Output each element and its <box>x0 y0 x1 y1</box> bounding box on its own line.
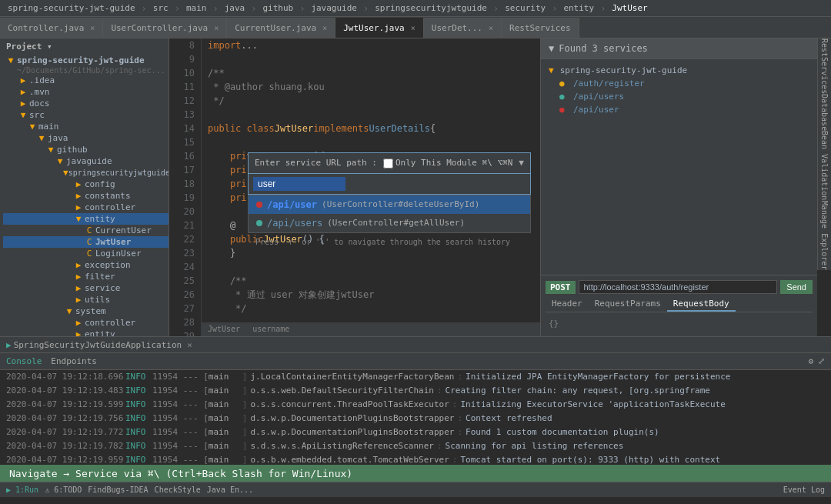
tab-controller[interactable]: Controller.java × <box>0 18 103 38</box>
log-maximize-icon[interactable]: ⤢ <box>818 356 825 366</box>
sidebar-controller[interactable]: ▶ controller <box>3 202 169 213</box>
console-tab[interactable]: Console <box>6 356 42 366</box>
delete-method-dot <box>256 202 262 208</box>
sidebar-docs[interactable]: ▶ docs <box>3 98 169 109</box>
rest-root[interactable]: ▼ spring-security-jwt-guide <box>546 64 813 77</box>
sidebar-sys-controller[interactable]: ▶ controller <box>3 317 169 329</box>
status-todo[interactable]: ⚠ 6:TODO <box>45 486 82 494</box>
autocomplete-item-api-user[interactable]: /api/user (UserController#deleteUserById… <box>249 195 530 214</box>
tab-jwtuser[interactable]: JwtUser.java × <box>335 18 424 38</box>
url-input[interactable] <box>579 280 778 294</box>
rest-item-user[interactable]: ● /api/user <box>546 103 813 116</box>
log-row-4: 2020-04-07 19:12:19.772 INFO 11954 --- [… <box>0 426 831 439</box>
line-numbers: 8 9 10 11 12 13 14 15 16 17 18 19 20 21 … <box>169 38 202 336</box>
endpoints-tab[interactable]: Endpoints <box>51 356 97 366</box>
java-icon: C <box>83 249 95 259</box>
sidebar-jwtuser[interactable]: C JwtUser <box>3 236 169 248</box>
sidebar-java[interactable]: ▼ java <box>3 132 169 144</box>
code-content[interactable]: import ... /** * @author shuang.kou */ p… <box>202 38 540 336</box>
sidebar-src[interactable]: ▼ src <box>3 109 169 121</box>
sidebar-exception[interactable]: ▶ exception <box>3 259 169 271</box>
top-bar-project: spring-security-jwt-guide <box>5 3 138 13</box>
autocomplete-list: /api/user (UserController#deleteUserById… <box>248 195 531 233</box>
run-item[interactable]: ▶ SpringSecurityJwtGuideApplication × <box>6 340 192 350</box>
database-side-label[interactable]: Database <box>817 94 831 131</box>
sidebar-main[interactable]: ▼ main <box>3 121 169 132</box>
folder-icon: ▼ <box>72 214 85 224</box>
tab-restservices[interactable]: RestServices <box>502 18 579 38</box>
status-eventlog[interactable]: Event Log <box>783 486 825 494</box>
service-url-input[interactable] <box>253 177 345 191</box>
code-line-26: * 通过 user 对象创建jwtUser <box>208 288 534 302</box>
requestbody-tab[interactable]: RequestBody <box>667 297 736 312</box>
tab-close-usercontroller[interactable]: × <box>214 24 219 32</box>
sidebar-service[interactable]: ▶ service <box>3 282 169 294</box>
rest-services-side-label[interactable]: RestServices <box>817 38 831 94</box>
sidebar-root[interactable]: ▼ spring-security-jwt-guide <box>3 55 169 66</box>
only-module-checkbox[interactable] <box>383 159 393 169</box>
tab-usercontroller[interactable]: UserController.java × <box>103 18 227 38</box>
code-line-25: /** <box>208 274 534 288</box>
manage-explorer-side-label[interactable]: Manage Explorer <box>817 201 831 270</box>
tab-userdet[interactable]: UserDet... × <box>424 18 502 38</box>
status-findbugs[interactable]: FindBugs-IDEA <box>88 486 148 494</box>
log-row-1: 2020-04-07 19:12:19.483 INFO 11954 --- [… <box>0 384 831 398</box>
send-button[interactable]: Send <box>780 280 813 294</box>
navigate-text: Navigate → Service via ⌘\ (Ctrl+Back Sla… <box>9 468 352 479</box>
log-panel: Console Endpoints ⚙ ⤢ 2020-04-07 19:12:1… <box>0 353 831 465</box>
sidebar-system[interactable]: ▼ system <box>3 305 169 317</box>
sidebar-github[interactable]: ▼ github <box>3 144 169 155</box>
sidebar-loginuser[interactable]: C LoginUser <box>3 248 169 259</box>
code-editor[interactable]: 8 9 10 11 12 13 14 15 16 17 18 19 20 21 … <box>169 38 540 336</box>
filter-icon[interactable]: ▼ <box>519 156 524 170</box>
autocomplete-item-api-users[interactable]: /api/users (UserController#getAllUser) <box>249 214 530 232</box>
top-bar: spring-security-jwt-guide › src › main ›… <box>0 0 831 17</box>
only-this-module-check[interactable]: Only This Module ⌘\ ⌥⌘N <box>383 156 512 170</box>
sidebar-sys-entity[interactable]: ▶ entity <box>3 329 169 336</box>
folder-icon: ▶ <box>72 260 85 270</box>
tab-close-jwtuser[interactable]: × <box>411 24 416 32</box>
status-checkstyle[interactable]: CheckStyle <box>155 486 201 494</box>
request-row: POST Send <box>546 280 813 294</box>
header-tab[interactable]: Header <box>546 297 589 312</box>
status-run[interactable]: ▶ 1:Run <box>6 486 38 494</box>
tab-close-controller[interactable]: × <box>90 24 95 32</box>
sidebar-config[interactable]: ▶ config <box>3 179 169 190</box>
folder-icon: ▶ <box>72 295 85 305</box>
autocomplete-hint: Press '↑' or '↓' to navigate through the… <box>248 233 531 252</box>
code-line-12: */ <box>208 94 534 108</box>
folder-icon: ▶ <box>72 202 85 212</box>
right-side-labels: RestServices Database Bean Validation Ma… <box>817 38 831 336</box>
sidebar-springsecurity[interactable]: ▼ springsecurityjwtguide <box>3 167 169 179</box>
rest-item-users[interactable]: ● /api/users <box>546 90 813 103</box>
service-url-bar: Enter service URL path : Only This Modul… <box>248 152 531 174</box>
rest-services-panel: ▼ Found 3 services ▼ spring-security-jwt… <box>540 38 817 336</box>
folder-icon: ▶ <box>72 191 85 201</box>
java-icon: C <box>83 237 95 247</box>
folder-icon: ▼ <box>35 133 48 143</box>
tab-close-userdet[interactable]: × <box>489 24 493 32</box>
rest-services-tree: ▼ spring-security-jwt-guide ● /auth/regi… <box>541 59 817 275</box>
folder-icon: ▼ <box>54 156 66 166</box>
code-line-14: public class JwtUser implements UserDeta… <box>208 122 534 135</box>
tab-close-currentuser[interactable]: × <box>322 24 327 32</box>
log-actions: ⚙ ⤢ <box>808 356 825 366</box>
requestparams-tab[interactable]: RequestParams <box>589 297 667 312</box>
rest-item-register[interactable]: ● /auth/register <box>546 77 813 90</box>
bean-validation-side-label[interactable]: Bean Validation <box>817 131 831 200</box>
sidebar-idea[interactable]: ▶ .idea <box>3 75 169 86</box>
log-tabs: Console Endpoints ⚙ ⤢ <box>0 353 831 370</box>
sidebar-javaguide[interactable]: ▼ javaguide <box>3 155 169 167</box>
sidebar-entity[interactable]: ▼ entity <box>3 213 169 225</box>
sidebar-mvn[interactable]: ▶ .mvn <box>3 86 169 98</box>
sidebar-utils[interactable]: ▶ utils <box>3 294 169 305</box>
sidebar-currentuser[interactable]: C CurrentUser <box>3 225 169 236</box>
sidebar-filter[interactable]: ▶ filter <box>3 271 169 282</box>
get-method-dot <box>256 220 262 226</box>
status-java[interactable]: Java En... <box>207 486 253 494</box>
tab-currentuser[interactable]: CurrentUser.java × <box>227 18 335 38</box>
sidebar-constants[interactable]: ▶ constants <box>3 190 169 202</box>
log-settings-icon[interactable]: ⚙ <box>808 356 813 366</box>
folder-icon: ▼ <box>63 306 75 316</box>
folder-icon: ▼ <box>63 168 68 178</box>
